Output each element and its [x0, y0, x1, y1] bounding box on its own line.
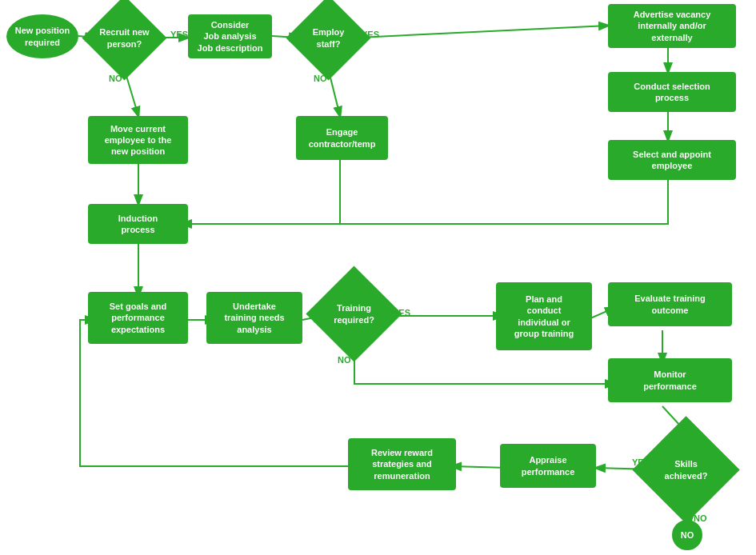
move-employee-node: Move currentemployee to thenew position: [88, 116, 188, 164]
evaluate-training-node: Evaluate trainingoutcome: [608, 282, 732, 326]
no1-label: NO: [109, 74, 122, 83]
training-required-node: Trainingrequired?: [320, 280, 388, 348]
new-position-node: New position required: [6, 14, 78, 58]
yes3-label: YES: [393, 308, 410, 317]
yes2-label: YES: [362, 30, 379, 39]
no2-label: NO: [314, 74, 327, 83]
conduct-selection-node: Conduct selectionprocess: [608, 72, 736, 112]
flowchart: New position required Recruit newperson?…: [0, 0, 756, 555]
no4-label: NO: [694, 513, 707, 523]
yes4-label: YES: [632, 457, 650, 467]
monitor-performance-node: Monitorperformance: [608, 358, 732, 402]
skills-achieved-node: Skillsachieved?: [648, 432, 724, 508]
appraise-node: Appraiseperformance: [500, 444, 596, 488]
review-reward-node: Review rewardstrategies andremuneration: [348, 438, 456, 490]
no-circle-bottom: NO: [672, 520, 702, 550]
advertise-node: Advertise vacancyinternally and/orextern…: [608, 4, 736, 48]
set-goals-node: Set goals andperformanceexpectations: [88, 292, 188, 344]
consider-job-node: ConsiderJob analysisJob description: [188, 14, 272, 58]
employ-staff-node: Employstaff?: [298, 8, 358, 68]
engage-contractor-node: Engagecontractor/temp: [296, 116, 388, 160]
no3-label: NO: [338, 355, 351, 365]
yes1-label: YES: [170, 30, 188, 39]
svg-line-3: [358, 26, 608, 38]
undertake-training-node: Undertaketraining needsanalysis: [206, 292, 302, 344]
induction-node: Inductionprocess: [88, 204, 188, 244]
recruit-new-node: Recruit newperson?: [94, 8, 154, 68]
select-appoint-node: Select and appointemployee: [608, 140, 736, 180]
plan-conduct-node: Plan andconductindividual orgroup traini…: [496, 282, 592, 350]
